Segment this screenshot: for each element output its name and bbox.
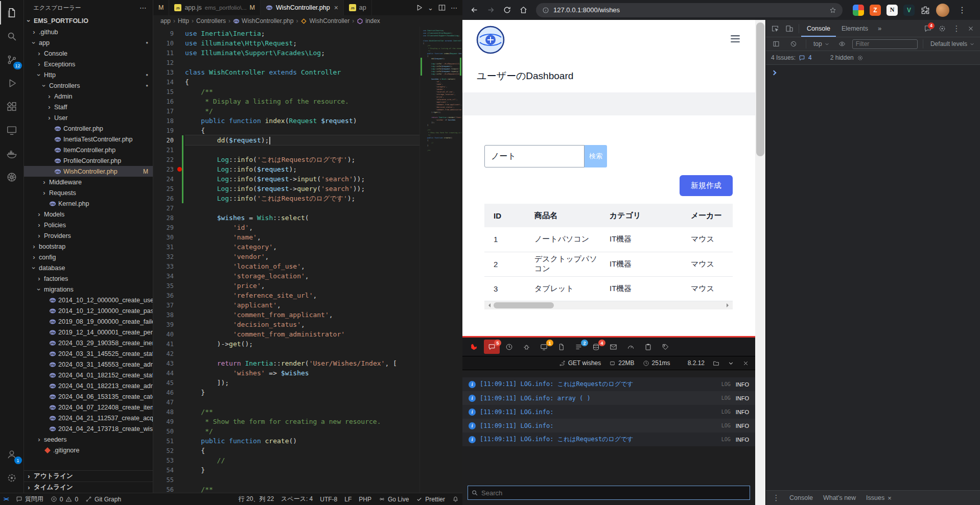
console-filter-input[interactable] — [852, 39, 918, 49]
debugbar-tab-request[interactable] — [658, 340, 673, 354]
more-panels-button[interactable]: » — [874, 25, 885, 32]
tree-item[interactable]: php2014_10_12_100000_create_pass... — [24, 305, 153, 316]
hidden-messages-label[interactable]: 2 hidden — [830, 54, 854, 61]
tree-item[interactable]: Requests — [24, 187, 153, 198]
breadcrumb-item[interactable]: Http — [178, 17, 189, 25]
tree-item[interactable]: config — [24, 252, 153, 262]
tree-item[interactable]: php2024_03_31_145525_create_staff... — [24, 348, 153, 359]
tree-item[interactable]: Staff — [24, 102, 153, 112]
tree-item[interactable]: Admin — [24, 91, 153, 102]
sidebar-section[interactable]: アウトライン — [24, 470, 153, 482]
table-row[interactable]: 3タブレットIT機器マウス — [484, 276, 733, 301]
explorer-more-icon[interactable]: ⋯ — [139, 4, 147, 12]
tree-item[interactable]: php2024_04_01_182152_create_staff... — [24, 370, 153, 380]
activity-account[interactable]: 1 — [0, 443, 24, 466]
devtools-settings-button[interactable] — [935, 21, 949, 36]
run-code-icon[interactable] — [415, 4, 423, 12]
live-expression-button[interactable] — [835, 37, 849, 51]
browser-menu-icon[interactable]: ⋮ — [955, 5, 969, 15]
reload-button[interactable] — [499, 3, 515, 18]
v-extension-icon[interactable]: V — [903, 5, 915, 16]
drawer-tab[interactable]: Console — [784, 491, 818, 505]
debugbar-tab-gate[interactable] — [623, 340, 639, 354]
n-extension-icon[interactable]: N — [886, 5, 898, 16]
profile-status-item[interactable]: 質問用 — [12, 493, 47, 505]
split-editor-icon[interactable] — [438, 4, 446, 12]
tree-item[interactable]: php2024_04_06_153135_create_cate... — [24, 391, 153, 402]
status-item-5[interactable]: Go Live — [375, 493, 412, 505]
debugbar-tab-route[interactable] — [553, 340, 569, 354]
run-dropdown-icon[interactable]: ⌄ — [428, 4, 433, 12]
devtools-tab-console[interactable]: Console — [801, 20, 836, 37]
tree-item[interactable]: factories — [24, 273, 153, 284]
problems-status-item[interactable]: 0 0 — [47, 493, 82, 505]
debugbar-close-icon[interactable] — [742, 360, 749, 367]
extensions-puzzle-icon[interactable] — [920, 5, 930, 15]
breadcrumb-item[interactable]: WishController — [300, 17, 349, 25]
tree-item[interactable]: php2024_04_07_122408_create_item... — [24, 402, 153, 413]
tree-item[interactable]: php2014_10_12_000000_create_user... — [24, 295, 153, 305]
tree-item[interactable]: .gitignore — [24, 445, 153, 455]
debugbar-tab-exceptions[interactable] — [519, 340, 534, 354]
drawer-tab-close-icon[interactable]: × — [888, 494, 892, 502]
tree-item[interactable]: app● — [24, 37, 153, 48]
tree-item[interactable]: phpKernel.php — [24, 198, 153, 209]
scroll-left-arrow[interactable] — [484, 301, 493, 309]
site-logo[interactable] — [476, 25, 505, 55]
debugbar-tab-messages[interactable]: 5 — [484, 340, 500, 354]
devtools-tab-elements[interactable]: Elements — [836, 20, 874, 37]
log-levels-selector[interactable]: Default levels — [928, 40, 977, 47]
tree-item[interactable]: Policies — [24, 220, 153, 230]
activity-run-debug[interactable] — [0, 71, 24, 95]
clear-console-button[interactable] — [786, 37, 801, 51]
tree-item[interactable]: php2019_08_19_000000_create_faile... — [24, 316, 153, 327]
activity-remote-explorer[interactable] — [0, 118, 24, 142]
activity-docker[interactable] — [0, 142, 24, 165]
tree-item[interactable]: Providers — [24, 230, 153, 241]
tree-item[interactable]: phpInertiaTestController.php — [24, 134, 153, 145]
status-item-4[interactable]: PHP — [355, 493, 375, 505]
scrollbar-thumb[interactable] — [494, 302, 554, 308]
tree-item[interactable]: phpWishController.phpM — [24, 166, 153, 177]
debugbar-tab-laravel[interactable] — [466, 340, 482, 354]
editor-tab[interactable]: M — [153, 0, 169, 15]
status-item-3[interactable]: LF — [341, 493, 355, 505]
activity-source-control[interactable]: 12 — [0, 48, 24, 71]
tree-item[interactable]: migrations — [24, 284, 153, 295]
console-output[interactable] — [766, 65, 980, 490]
activity-extensions[interactable] — [0, 95, 24, 118]
devtools-menu-button[interactable]: ⋮ — [949, 21, 964, 36]
issues-count-label[interactable]: 4 Issues: — [771, 54, 796, 61]
tree-root-folder[interactable]: EMS_PORTFOLIO — [24, 15, 153, 27]
device-toolbar-button[interactable] — [782, 21, 797, 36]
tree-item[interactable]: Models — [24, 209, 153, 220]
tree-item[interactable]: bootstrap — [24, 241, 153, 252]
debugbar-tab-models[interactable]: 4 — [588, 340, 604, 354]
back-button[interactable] — [466, 3, 482, 18]
inspect-element-button[interactable] — [768, 21, 782, 36]
tree-item[interactable]: User — [24, 112, 153, 123]
profile-avatar[interactable] — [936, 4, 949, 17]
devtools-close-button[interactable] — [964, 21, 978, 36]
more-actions-icon[interactable]: ⋯ — [451, 4, 457, 12]
remote-indicator[interactable]: >< — [0, 493, 12, 505]
editor-tab[interactable]: JSap — [344, 0, 372, 15]
tree-item[interactable]: database — [24, 262, 153, 273]
tree-item[interactable]: php2024_03_29_190358_create_inert... — [24, 338, 153, 348]
debugbar-folder-icon[interactable] — [713, 360, 719, 367]
tree-item[interactable]: seeders — [24, 434, 153, 445]
tree-item[interactable]: Middleware — [24, 177, 153, 187]
debugbar-tab-queries[interactable]: 2 — [571, 340, 587, 354]
activity-explorer[interactable] — [0, 1, 24, 25]
notifications-status-item[interactable] — [449, 493, 462, 505]
breadcrumb-item[interactable]: index — [357, 17, 380, 25]
debugbar-minimize-icon[interactable] — [728, 360, 734, 367]
drawer-menu-icon[interactable]: ⋮ — [769, 491, 783, 505]
tree-item[interactable]: phpController.php — [24, 123, 153, 134]
tree-item[interactable]: php2024_04_24_173718_create_wish... — [24, 423, 153, 434]
tree-item[interactable]: php2019_12_14_000001_create_pers... — [24, 327, 153, 338]
breadcrumb-item[interactable]: phpWishController.php — [233, 17, 293, 25]
activity-kubernetes[interactable] — [0, 165, 24, 189]
search-button[interactable]: 検索 — [585, 145, 607, 167]
drawer-tab[interactable]: Issues× — [861, 491, 897, 505]
